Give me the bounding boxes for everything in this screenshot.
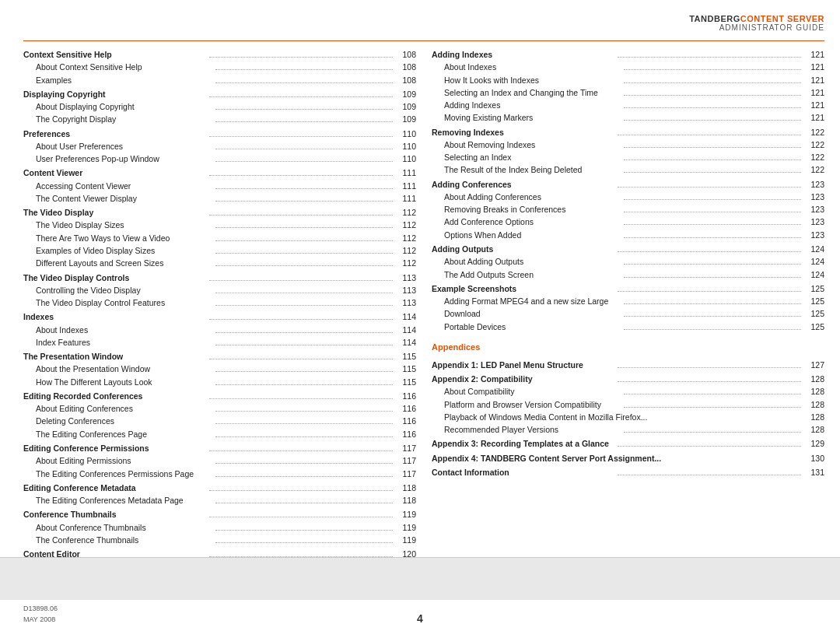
toc-entry-num: 119 [394,534,416,546]
toc-entry-dots [624,264,802,265]
toc-entry-num: 124 [803,243,824,255]
toc-entry-dots [215,240,394,241]
toc-entry-dots [215,345,394,345]
toc-entry-dots [215,109,394,110]
toc-entry-num: 122 [803,151,824,163]
toc-entry-text: Options When Added [444,229,622,241]
toc-entry-text: About User Preferences [36,140,214,152]
toc-entry: About Removing Indexes122 [432,138,824,151]
toc-entry-dots [209,57,394,58]
header-rule [23,40,824,41]
toc-entry-dots [209,280,394,281]
toc-entry-num: 122 [803,138,824,151]
toc-entry-dots [624,329,802,330]
toc-entry-num: 115 [394,363,416,375]
toc-entry-text: About Editing Conferences [36,402,214,415]
toc-entry-text: The Editing Conferences Permissions Page [36,468,214,480]
toc-entry: Index Features114 [23,336,416,349]
toc-entry-num: 128 [803,423,824,436]
toc-entry-dots [215,463,394,464]
toc-entry: Download125 [432,307,824,320]
toc-entry-num: 118 [394,482,416,494]
toc-entry: The Copyright Display109 [23,113,416,125]
toc-entry-num: 121 [803,48,824,61]
toc-entry-text: Adding Conferences [432,178,616,191]
toc-entry: Preferences110 [23,126,416,140]
toc-entry-dots [215,82,394,83]
toc-entry: Different Layouts and Screen Sizes112 [23,257,416,269]
toc-entry: Accessing Content Viewer111 [23,180,416,192]
toc-entry-dots [209,96,394,97]
toc-entry: About Displaying Copyright109 [23,100,416,113]
toc-entry-text: Removing Indexes [432,126,616,138]
toc-entry-num: 125 [803,295,824,307]
toc-entry-text: Accessing Content Viewer [36,180,214,192]
toc-entry-dots [215,384,394,385]
toc-entry: User Preferences Pop-up Window110 [23,152,416,165]
toc-entry-num: 112 [394,244,416,257]
toc-entry-dots [624,172,802,173]
toc-entry-dots [215,305,394,306]
toc-entry-text: Different Layouts and Screen Sizes [36,257,214,269]
toc-entry-text: Index Features [36,336,214,349]
toc-entry: Contact Information131 [432,464,824,479]
toc-entry-dots [215,149,394,149]
toc-entry-num: 111 [394,167,416,179]
toc-entry-text: The Editing Conferences Metadata Page [36,494,214,507]
toc-entry-dots [624,212,802,212]
toc-entry: About Compatibility128 [432,385,824,398]
toc-entry-dots [215,476,394,477]
toc-entry-num: 109 [394,100,416,113]
toc-entry-dots [215,253,394,254]
toc-entry-num: 115 [394,376,416,388]
toc-entry-dots [215,423,394,424]
toc-entry-dots [618,135,802,135]
toc-entry-text: Appendix 1: LED Panel Menu Structure [432,359,616,371]
toc-entry: Appendix 1: LED Panel Menu Structure127 [432,357,824,371]
toc-entry-text: Removing Breaks in Conferences [444,203,622,216]
toc-entry: Deleting Conferences116 [23,415,416,427]
toc-entry-dots [618,367,802,368]
toc-entry-num: 123 [803,203,824,216]
toc-entry-dots [624,394,802,394]
toc-entry: About Editing Conferences116 [23,402,416,415]
footer-date: MAY 2008 [23,615,58,626]
toc-entry-text: Indexes [23,310,208,323]
toc-entry-text: Appendix 4: TANDBERG Content Server Port… [432,452,803,464]
toc-entry-num: 111 [394,192,416,205]
toc-entry-dots [624,224,802,225]
main-content: Context Sensitive Help108About Context S… [23,47,824,530]
toc-entry: Examples108 [23,74,416,86]
toc-entry: Selecting an Index122 [432,151,824,163]
toc-entry-dots [215,121,394,122]
toc-entry-text: Displaying Copyright [23,88,208,100]
toc-entry-num: 108 [394,48,416,61]
toc-entry-num: 121 [803,99,824,111]
toc-entry-num: 110 [394,128,416,140]
toc-entry-dots [618,251,802,252]
toc-entry-text: Adding Indexes [444,99,622,111]
toc-entry-dots [618,57,802,58]
toc-entry-text: Appendix 3: Recording Templates at a Gla… [432,437,616,450]
toc-entry: Editing Conference Metadata118 [23,480,416,494]
toc-entry-text: The Result of the Index Being Deleted [444,163,622,176]
toc-entry-num: 109 [394,88,416,100]
toc-entry-num: 123 [803,191,824,203]
toc-entry: Add Conference Options123 [432,216,824,228]
toc-entry: About Indexes121 [432,61,824,73]
toc-entry-dots [215,188,394,189]
toc-entry-text: Conference Thumbnails [23,508,208,521]
toc-entry-dots [624,160,802,160]
toc-entry-dots [215,69,394,70]
toc-entry-dots [624,277,802,278]
toc-entry-text: Examples [36,74,214,86]
toc-entry-num: 125 [803,321,824,333]
toc-entry-dots [624,69,802,70]
toc-entry: Adding Outputs124 [432,241,824,255]
toc-entry: About User Preferences110 [23,140,416,152]
toc-entry-text: Editing Conference Permissions [23,442,208,454]
bottom-navigation [0,557,840,600]
toc-entry: About Adding Outputs124 [432,255,824,268]
toc-entry-text: Editing Recorded Conferences [23,390,208,402]
toc-entry-text: The Conference Thumbnails [36,534,214,546]
